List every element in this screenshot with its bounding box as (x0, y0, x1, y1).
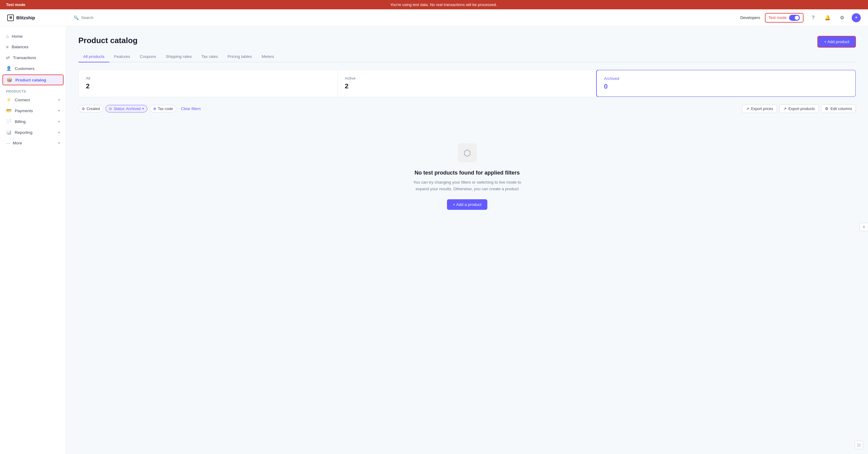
empty-state-description: You can try changing your filters or swi… (407, 179, 527, 192)
sidebar-item-product-catalog-label: Product catalog (16, 78, 46, 82)
export-products-label: Export products (788, 107, 815, 111)
sidebar-item-reporting[interactable]: 📊 Reporting ▾ (0, 127, 66, 138)
customers-icon: 👤 (6, 66, 12, 71)
sidebar-item-home-label: Home (12, 34, 23, 38)
sidebar-item-connect-label: Connect (15, 98, 30, 102)
float-bottom-right-button[interactable]: ⊡ (855, 441, 863, 449)
payments-icon: 💳 (6, 108, 12, 113)
logo-icon: ⊞ (7, 14, 14, 21)
stat-active-label: Active (345, 76, 589, 81)
clear-filters-link[interactable]: Clear filters (179, 105, 204, 112)
tab-pricing-tables[interactable]: Pricing tables (223, 51, 257, 62)
sidebar-item-balances[interactable]: ≡ Balances (0, 41, 66, 52)
filter-created[interactable]: ⊕ Created (79, 105, 103, 113)
global-add-button[interactable]: + (852, 13, 861, 22)
stat-card-all[interactable]: All 2 (79, 70, 338, 97)
filter-status-x-icon: ⊗ (109, 107, 112, 111)
stat-card-archived[interactable]: Archived 0 (596, 70, 856, 97)
banner-left-label: Test mode (6, 2, 25, 7)
sidebar-item-balances-label: Balances (12, 44, 29, 49)
sidebar-item-customers-label: Customers (15, 66, 34, 71)
export-prices-label: Export prices (751, 107, 773, 111)
sidebar-item-more[interactable]: ··· More ▾ (0, 138, 66, 148)
more-chevron-icon: ▾ (58, 141, 60, 145)
edit-columns-icon: ⚙ (825, 107, 829, 111)
float-expand-button[interactable]: + (860, 223, 868, 231)
more-icon: ··· (6, 141, 10, 146)
search-input[interactable] (81, 16, 141, 20)
reporting-icon: 📊 (6, 130, 12, 135)
header-actions: Developers Test mode ? 🔔 ⚙ + (740, 13, 861, 23)
filter-created-plus-icon: ⊕ (82, 107, 85, 111)
search-bar[interactable]: 🔍 (73, 16, 740, 20)
add-product-header-button[interactable]: + Add product (817, 36, 856, 48)
test-mode-label: Test mode (769, 16, 786, 20)
stat-active-value: 2 (345, 82, 589, 90)
export-products-button[interactable]: ↗ Export products (779, 104, 819, 113)
filter-tax-plus-icon: ⊕ (153, 107, 156, 111)
export-prices-icon: ↗ (746, 107, 749, 111)
tab-coupons[interactable]: Coupons (135, 51, 161, 62)
help-icon[interactable]: ? (808, 13, 818, 23)
add-a-product-button[interactable]: + Add a product (447, 199, 488, 210)
connect-chevron-icon: ▾ (58, 98, 60, 102)
sidebar-item-product-catalog[interactable]: 📦 Product catalog (2, 74, 64, 85)
sidebar-item-billing-label: Billing (15, 119, 26, 124)
sidebar-item-billing[interactable]: 📄 Billing ▾ (0, 116, 66, 127)
tab-all-products[interactable]: All products (79, 51, 110, 62)
tabs-bar: All products Features Coupons Shipping r… (79, 51, 856, 62)
filter-tax-code[interactable]: ⊕ Tax code (150, 105, 176, 113)
sidebar-item-payments-label: Payments (15, 109, 33, 113)
settings-icon[interactable]: ⚙ (837, 13, 847, 23)
main-content: Product catalog + Add product All produc… (66, 26, 868, 454)
edit-columns-button[interactable]: ⚙ Edit columns (821, 104, 856, 113)
export-products-icon: ↗ (783, 107, 786, 111)
notifications-icon[interactable]: 🔔 (823, 13, 832, 23)
developers-link[interactable]: Developers (740, 16, 760, 20)
reporting-chevron-icon: ▾ (58, 130, 60, 134)
tab-meters[interactable]: Meters (257, 51, 279, 62)
sidebar-item-transactions[interactable]: ⇄ Transactions (0, 52, 66, 63)
export-prices-button[interactable]: ↗ Export prices (742, 104, 777, 113)
sidebar-item-more-label: More (13, 141, 22, 145)
filter-bar: ⊕ Created ⊗ Status Archived ▾ ⊕ Tax code… (79, 104, 856, 113)
product-catalog-icon: 📦 (7, 77, 12, 83)
stats-row: All 2 Active 2 Archived 0 (79, 70, 856, 97)
sidebar-item-home[interactable]: ⌂ Home (0, 31, 66, 41)
main-layout: ⌂ Home ≡ Balances ⇄ Transactions 👤 Custo… (0, 26, 868, 454)
sidebar-item-reporting-label: Reporting (15, 130, 33, 135)
banner-center-text: You're using test data. No real transact… (25, 2, 862, 7)
tab-tax-rates[interactable]: Tax rates (196, 51, 223, 62)
logo-text: Blitzship (16, 15, 35, 20)
filter-status-label: Status (114, 107, 124, 111)
empty-state-title: No test products found for applied filte… (414, 170, 520, 176)
payments-chevron-icon: ▾ (58, 109, 60, 113)
sidebar-item-payments[interactable]: 💳 Payments ▾ (0, 105, 66, 116)
sidebar: ⌂ Home ≡ Balances ⇄ Transactions 👤 Custo… (0, 26, 66, 454)
sidebar-item-customers[interactable]: 👤 Customers (0, 63, 66, 74)
page-title: Product catalog (79, 36, 856, 45)
balances-icon: ≡ (6, 44, 9, 50)
tab-shipping-rates[interactable]: Shipping rates (161, 51, 196, 62)
empty-box-icon: ⬡ (464, 148, 471, 158)
products-section-title: Products (0, 86, 66, 94)
filter-status-value: Archived (126, 107, 141, 111)
test-mode-toggle[interactable] (789, 15, 800, 21)
logo[interactable]: ⊞ Blitzship (7, 14, 73, 21)
connect-icon: ⚡ (6, 97, 12, 102)
test-mode-toggle-container: Test mode (765, 13, 804, 23)
filter-actions: ↗ Export prices ↗ Export products ⚙ Edit… (742, 104, 856, 113)
stat-card-active[interactable]: Active 2 (338, 70, 596, 97)
sidebar-item-transactions-label: Transactions (13, 56, 36, 60)
stat-all-value: 2 (86, 82, 330, 90)
empty-state: ⬡ No test products found for applied fil… (79, 119, 856, 234)
sidebar-item-connect[interactable]: ⚡ Connect ▾ (0, 94, 66, 105)
search-icon: 🔍 (73, 16, 79, 20)
empty-state-icon-box: ⬡ (458, 143, 477, 162)
edit-columns-label: Edit columns (830, 107, 852, 111)
stat-archived-value: 0 (604, 83, 848, 90)
stat-all-label: All (86, 76, 330, 81)
filter-status[interactable]: ⊗ Status Archived ▾ (105, 105, 147, 113)
filter-tax-label: Tax code (158, 107, 173, 111)
tab-features[interactable]: Features (110, 51, 135, 62)
